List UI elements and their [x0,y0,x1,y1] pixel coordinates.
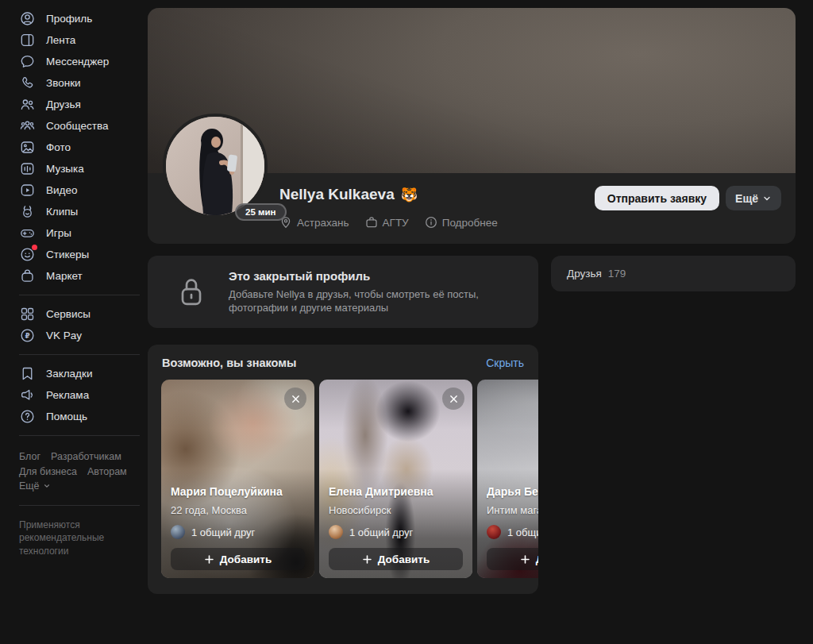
calls-icon [19,75,36,91]
sidebar-item-label: Звонки [46,77,81,89]
sidebar-divider [19,505,140,506]
add-friend-button[interactable]: Добавить [487,548,538,570]
sidebar-item-services[interactable]: Сервисы [19,303,140,325]
suggestion-card[interactable]: Елена Дмитриевна Новосибирск 1 общий дру… [319,380,472,578]
ads-icon [19,387,36,403]
suggestion-card[interactable]: Мария Поцелуйкина 22 года, Москва 1 общи… [161,380,314,578]
mutual-friend-avatar [329,525,343,539]
footer-link-business[interactable]: Для бизнеса [19,466,77,477]
sidebar-item-feed[interactable]: Лента [19,29,140,51]
sidebar-footer: БлогРазработчикам Для бизнесаАвторам Ещё… [19,449,140,557]
sidebar-item-label: Фото [46,141,71,153]
sidebar-item-label: Сервисы [46,308,91,320]
info-circle-icon [425,216,437,229]
sidebar-item-bookmarks[interactable]: Закладки [19,363,140,384]
vk-profile-page: Профиль Лента Мессенджер Звонки Друзья С… [0,0,813,644]
lock-icon [176,275,206,310]
footer-more-label: Ещё [19,479,40,494]
sidebar-item-clips[interactable]: Клипы [19,201,140,222]
mutual-friends-row: 1 общий друг [487,525,538,539]
profile-info-row: Астрахань АГТУ Подробнее [279,216,498,229]
city-item[interactable]: Астрахань [279,216,349,229]
person-name: Дарья Берз [487,485,538,498]
friends-count: 179 [608,268,626,280]
add-friend-button[interactable]: Добавить [329,548,463,570]
sidebar-item-help[interactable]: Помощь [19,406,140,427]
person-subtitle: Интим магаз [487,504,538,516]
closed-profile-title: Это закрытый профиль [229,269,519,283]
mutual-friends-label: 1 общий друг [507,526,538,538]
sidebar-item-stickers[interactable]: Стикеры [19,244,140,265]
clips-icon [19,203,36,220]
sidebar-item-label: Клипы [46,206,78,218]
sidebar-item-music[interactable]: Музыка [19,158,140,179]
add-friend-button[interactable]: Добавить [171,548,305,570]
footer-link-blog[interactable]: Блог [19,451,40,462]
person-subtitle: 22 года, Москва [171,504,305,516]
university-item[interactable]: АГТУ [365,216,409,229]
suggestion-card[interactable]: Дарья Берз Интим магаз 1 общий друг Доба… [477,380,538,578]
sidebar-item-messenger[interactable]: Мессенджер [19,51,140,72]
city-label: Астрахань [297,217,349,229]
send-request-button[interactable]: Отправить заявку [595,186,719,210]
close-icon[interactable] [442,388,464,410]
close-icon[interactable] [284,388,306,410]
svg-text:₽: ₽ [25,332,29,340]
sidebar-item-friends[interactable]: Друзья [19,94,140,115]
sidebar-item-label: Стикеры [46,249,89,260]
suggestions-title: Возможно, вы знакомы [162,357,296,369]
sidebar-item-profile[interactable]: Профиль [19,8,140,29]
sidebar-item-games[interactable]: Игры [19,222,140,244]
add-friend-label: Добавить [378,553,430,565]
hide-link[interactable]: Скрыть [486,357,524,369]
closed-profile-texts: Это закрытый профиль Добавьте Nellya в д… [229,269,519,314]
sidebar-item-communities[interactable]: Сообщества [19,115,140,137]
sidebar-item-video[interactable]: Видео [19,179,140,201]
bookmarks-icon [19,365,36,382]
profile-card: 25 мин Nellya Kulkaeva 🐯 Астрахань АГТУ … [148,8,796,244]
plus-icon [362,554,372,565]
mutual-friends-row: 1 общий друг [329,525,463,539]
sidebar-item-label: Помощь [46,411,87,422]
sidebar-item-calls[interactable]: Звонки [19,72,140,94]
more-button[interactable]: Ещё [726,186,781,210]
sidebar-item-label: VK Pay [46,330,82,341]
sidebar-item-photos[interactable]: Фото [19,137,140,158]
stickers-notification-dot [32,245,37,250]
suggestions-cards-row: Мария Поцелуйкина 22 года, Москва 1 общи… [161,380,538,578]
mutual-friend-avatar [171,525,185,539]
communities-icon [19,118,36,134]
feed-icon [19,32,36,48]
photos-icon [19,139,36,156]
add-friend-label: Добавить [220,553,272,565]
market-icon [19,268,36,284]
music-icon [19,160,36,177]
footer-link-developers[interactable]: Разработчикам [51,451,121,462]
help-icon [19,408,36,425]
sidebar-item-label: Закладки [46,368,92,380]
footer-link-authors[interactable]: Авторам [87,466,127,477]
sidebar-item-label: Профиль [46,13,92,25]
person-subtitle: Новосибирск [329,504,463,516]
details-item[interactable]: Подробнее [425,216,498,229]
sidebar-item-label: Мессенджер [46,56,109,67]
mutual-friend-avatar [487,525,501,539]
sidebar-item-ads[interactable]: Реклама [19,384,140,406]
sidebar-item-market[interactable]: Маркет [19,265,140,287]
person-name: Елена Дмитриевна [329,485,463,498]
person-info: Дарья Берз Интим магаз 1 общий друг Доба… [487,485,538,570]
details-label: Подробнее [442,217,498,229]
profile-name-emoji: 🐯 [401,187,418,203]
mutual-friends-row: 1 общий друг [171,525,305,539]
university-label: АГТУ [383,217,409,229]
last-seen-badge: 25 мин [235,203,287,221]
sidebar-item-vkpay[interactable]: ₽ VK Pay [19,325,140,346]
stickers-icon [19,246,36,263]
friends-card[interactable]: Друзья 179 [551,256,796,291]
friends-icon [19,96,36,113]
footer-more-link[interactable]: Ещё [19,479,51,494]
sidebar-item-label: Музыка [46,163,84,175]
sidebar-item-label: Реклама [46,389,89,401]
chevron-down-icon [43,482,51,490]
messenger-icon [19,53,36,70]
